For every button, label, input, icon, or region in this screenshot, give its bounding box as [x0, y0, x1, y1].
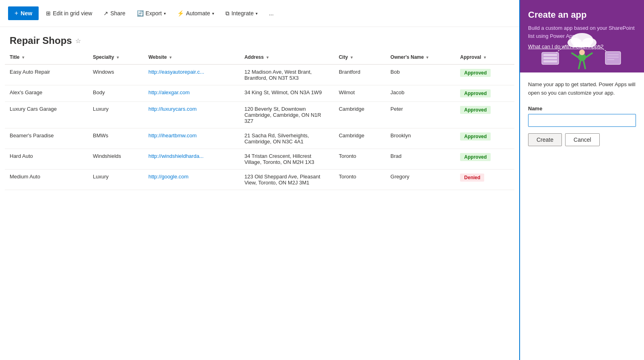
- cell-specialty: Luxury: [88, 102, 144, 128]
- col-header-approval[interactable]: Approval ▾: [455, 50, 514, 64]
- share-button[interactable]: ↗ Share: [99, 8, 129, 19]
- sort-icon-specialty: ▾: [117, 55, 119, 60]
- svg-rect-9: [543, 54, 557, 56]
- website-link[interactable]: http://alexgar.com: [149, 89, 190, 95]
- table-row: Hard Auto Windshields http://windshieldh…: [5, 149, 514, 170]
- cell-city: Wilmot: [334, 85, 386, 102]
- col-header-website[interactable]: Website ▾: [144, 50, 240, 64]
- cell-address: 21 Sacha Rd, Silverheights, Cambridge, O…: [239, 128, 334, 149]
- cell-city: Toronto: [334, 149, 386, 170]
- integrate-button[interactable]: ⧉ Integrate ▾: [221, 8, 262, 19]
- automate-chevron-icon: ▾: [212, 11, 214, 16]
- approval-badge: Denied: [460, 174, 484, 182]
- approval-badge: Approved: [460, 132, 491, 141]
- export-button[interactable]: 🔄 Export ▾: [133, 8, 170, 19]
- table-header-row: Title ▾ Specialty ▾ Website ▾ Address ▾ …: [5, 50, 514, 64]
- cell-approval: Approved: [455, 102, 514, 128]
- page-title: Repair Shops: [10, 35, 72, 46]
- favorite-icon[interactable]: ☆: [75, 37, 81, 45]
- cell-address: 34 King St, Wilmot, ON N3A 1W9: [239, 85, 334, 102]
- right-panel: Create an app Build a custom app based o…: [519, 0, 644, 360]
- cell-city: Cambridge: [334, 102, 386, 128]
- approval-badge: Approved: [460, 89, 491, 97]
- svg-rect-3: [574, 42, 590, 47]
- create-button[interactable]: Create: [528, 133, 562, 146]
- svg-rect-10: [543, 57, 557, 59]
- cancel-button[interactable]: Cancel: [565, 133, 600, 146]
- cell-address: 123 Old Sheppard Ave, Pleasant View, Tor…: [239, 170, 334, 190]
- page-header: Repair Shops ☆: [0, 27, 519, 50]
- website-link[interactable]: http://iheartbmw.com: [149, 132, 197, 139]
- cell-city: Brantford: [334, 64, 386, 85]
- cell-website[interactable]: http://windshieldharda...: [144, 149, 240, 170]
- automate-label: Automate: [186, 10, 210, 17]
- integrate-chevron-icon: ▾: [256, 11, 258, 16]
- cell-title: Hard Auto: [5, 149, 88, 170]
- svg-line-21: [584, 61, 585, 68]
- cell-owners-name: Brooklyn: [386, 128, 455, 149]
- main-content: + New ⊞ Edit in grid view ↗ Share 🔄 Expo…: [0, 0, 519, 360]
- integrate-icon: ⧉: [225, 10, 229, 17]
- col-header-owners-name[interactable]: Owner's Name ▾: [386, 50, 455, 64]
- name-label: Name: [528, 106, 636, 112]
- edit-grid-label: Edit in grid view: [53, 10, 92, 17]
- cell-address: 120 Beverly St, Downtown Cambridge, Camb…: [239, 102, 334, 128]
- col-header-title[interactable]: Title ▾: [5, 50, 88, 64]
- table-row: Easy Auto Repair Windows http://easyauto…: [5, 64, 514, 85]
- cell-address: 12 Madison Ave, West Brant, Brantford, O…: [239, 64, 334, 85]
- toolbar: + New ⊞ Edit in grid view ↗ Share 🔄 Expo…: [0, 0, 519, 27]
- panel-description: Name your app to get started. Power Apps…: [528, 81, 636, 97]
- more-label: ...: [269, 10, 274, 17]
- cell-approval: Approved: [455, 64, 514, 85]
- sort-icon-owners-name: ▾: [426, 55, 428, 60]
- cell-title: Alex's Garage: [5, 85, 88, 102]
- export-chevron-icon: ▾: [164, 11, 166, 16]
- app-name-input[interactable]: [528, 114, 636, 127]
- panel-actions: Create Cancel: [528, 133, 636, 146]
- cell-owners-name: Brad: [386, 149, 455, 170]
- cell-city: Toronto: [334, 170, 386, 190]
- col-header-specialty[interactable]: Specialty ▾: [88, 50, 144, 64]
- cell-website[interactable]: http://google.com: [144, 170, 240, 190]
- table-container: Title ▾ Specialty ▾ Website ▾ Address ▾ …: [0, 50, 519, 190]
- edit-grid-button[interactable]: ⊞ Edit in grid view: [42, 8, 96, 19]
- cell-website[interactable]: http://luxurycars.com: [144, 102, 240, 128]
- table-row: Luxury Cars Garage Luxury http://luxuryc…: [5, 102, 514, 128]
- cell-website[interactable]: http://alexgar.com: [144, 85, 240, 102]
- cell-approval: Denied: [455, 170, 514, 190]
- sort-icon-address: ▾: [266, 55, 268, 60]
- share-label: Share: [110, 10, 125, 17]
- cell-specialty: Windows: [88, 64, 144, 85]
- more-button[interactable]: ...: [265, 8, 278, 19]
- cell-website[interactable]: http://easyautorepair.c...: [144, 64, 240, 85]
- integrate-label: Integrate: [231, 10, 254, 17]
- panel-header: Create an app Build a custom app based o…: [520, 0, 644, 72]
- grid-icon: ⊞: [46, 10, 51, 17]
- sort-icon-city: ▾: [351, 55, 353, 60]
- cell-address: 34 Tristan Crescent, Hillcrest Village, …: [239, 149, 334, 170]
- col-header-address[interactable]: Address ▾: [239, 50, 334, 64]
- website-link[interactable]: http://google.com: [149, 174, 189, 180]
- cell-approval: Approved: [455, 128, 514, 149]
- export-label: Export: [146, 10, 162, 17]
- new-button[interactable]: + New: [8, 6, 39, 20]
- cell-title: Medium Auto: [5, 170, 88, 190]
- automate-button[interactable]: ⚡ Automate ▾: [173, 8, 218, 19]
- cell-owners-name: Bob: [386, 64, 455, 85]
- cell-city: Cambridge: [334, 128, 386, 149]
- col-header-city[interactable]: City ▾: [334, 50, 386, 64]
- svg-rect-12: [605, 52, 621, 64]
- panel-illustration: [520, 28, 644, 72]
- cell-owners-name: Jacob: [386, 85, 455, 102]
- website-link[interactable]: http://windshieldharda...: [149, 153, 204, 159]
- new-label: New: [21, 10, 32, 17]
- panel-body: Name your app to get started. Power Apps…: [520, 72, 644, 360]
- cell-specialty: Luxury: [88, 170, 144, 190]
- cell-owners-name: Peter: [386, 102, 455, 128]
- table-row: Alex's Garage Body http://alexgar.com 34…: [5, 85, 514, 102]
- approval-badge: Approved: [460, 69, 491, 77]
- website-link[interactable]: http://easyautorepair.c...: [149, 69, 204, 75]
- website-link[interactable]: http://luxurycars.com: [149, 106, 197, 112]
- cell-website[interactable]: http://iheartbmw.com: [144, 128, 240, 149]
- svg-line-20: [579, 61, 580, 68]
